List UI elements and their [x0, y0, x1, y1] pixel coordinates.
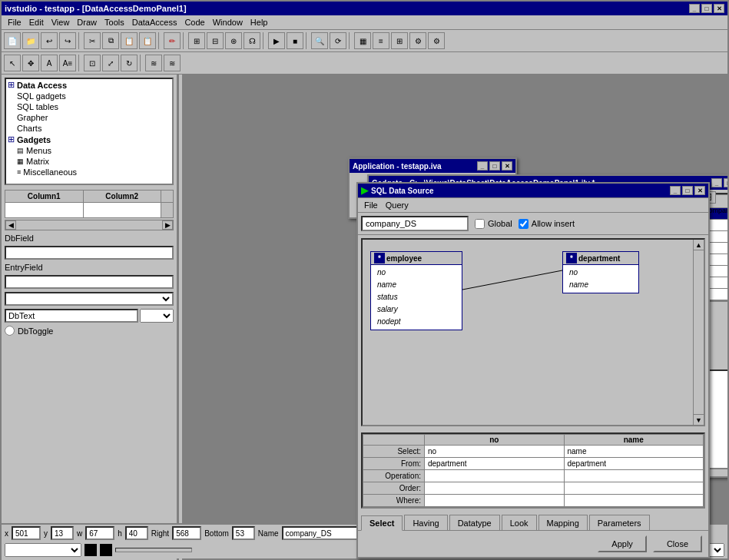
tb2-scale[interactable]: ⤢	[102, 55, 119, 71]
tab-datatype[interactable]: Datatype	[449, 515, 500, 530]
entryfield-input[interactable]	[5, 275, 174, 289]
apply-button[interactable]: Apply	[598, 535, 647, 552]
global-checkbox[interactable]	[475, 219, 485, 229]
tb-stop[interactable]: ■	[287, 32, 303, 49]
tree-menus[interactable]: ▤ Menus	[6, 145, 172, 156]
tb2-move[interactable]: ✥	[22, 55, 39, 71]
tb2-extra2[interactable]: ≋	[164, 55, 181, 71]
sql-maximize[interactable]: □	[682, 186, 693, 195]
menu-window[interactable]: Window	[210, 17, 246, 28]
hscroll-left[interactable]: ◀	[5, 220, 16, 230]
tb-zoom[interactable]: 🔍	[311, 32, 328, 49]
menu-edit[interactable]: Edit	[26, 17, 47, 28]
menu-file[interactable]: File	[5, 17, 25, 28]
sql-menu-query[interactable]: Query	[383, 200, 412, 210]
color-black-1[interactable]	[84, 544, 97, 556]
tb-align[interactable]: ≡	[373, 32, 389, 49]
tb2-group[interactable]: ⊡	[84, 55, 101, 71]
query-cell-col2[interactable]: name	[564, 446, 704, 458]
maximize-button[interactable]: □	[701, 4, 712, 13]
font-select[interactable]	[5, 543, 81, 557]
tab-select[interactable]: Select	[361, 515, 403, 531]
tb2-text[interactable]: A	[41, 55, 58, 71]
x-input[interactable]	[12, 526, 41, 540]
ds-name-input[interactable]	[361, 216, 469, 231]
y-input[interactable]	[51, 526, 74, 540]
tree-matrix[interactable]: ▦ Matrix	[6, 156, 172, 167]
tree-panel[interactable]: ⊞ Data Access SQL gadgets SQL tables Gra…	[5, 78, 174, 185]
name-input[interactable]	[282, 526, 359, 540]
bottom-input[interactable]	[232, 526, 255, 540]
dbtext-input[interactable]	[5, 309, 138, 323]
dbtext-select[interactable]	[140, 309, 174, 323]
color-black-2[interactable]	[100, 544, 112, 556]
app-maximize[interactable]: □	[489, 161, 500, 171]
tb-paste[interactable]: 📋	[121, 32, 138, 49]
minimize-button[interactable]: _	[689, 4, 700, 13]
query-cell-col2[interactable]	[564, 482, 704, 495]
tb-copy[interactable]: ⧉	[102, 32, 119, 49]
query-cell-col1[interactable]	[425, 470, 565, 482]
tab-look[interactable]: Look	[502, 515, 537, 530]
tab-mapping[interactable]: Mapping	[538, 515, 588, 530]
tb2-rotate[interactable]: ↻	[121, 55, 138, 71]
query-cell-col1[interactable]	[425, 495, 565, 507]
menu-tools[interactable]: Tools	[101, 17, 128, 28]
dbfield-input[interactable]	[5, 246, 174, 260]
entryfield-dropdown[interactable]	[5, 292, 174, 306]
tb-refresh[interactable]: ⟳	[330, 32, 346, 49]
tree-sql-tables[interactable]: SQL tables	[6, 101, 172, 112]
er-vscroll[interactable]: ▲ ▼	[693, 240, 704, 425]
tb-pencil[interactable]: ✏	[164, 32, 181, 49]
gadgets-minimize[interactable]: _	[711, 178, 722, 187]
tb-view[interactable]: ⊞	[188, 32, 205, 49]
menu-help[interactable]: Help	[247, 17, 271, 28]
tb-new[interactable]: 📄	[4, 32, 21, 49]
menu-view[interactable]: View	[48, 17, 73, 28]
query-cell-col1[interactable]: department	[425, 458, 565, 470]
matrix-cell-1-1[interactable]	[5, 203, 84, 218]
tb-cut[interactable]: ✂	[84, 32, 101, 49]
menu-code[interactable]: Code	[181, 17, 207, 28]
sql-menu-file[interactable]: File	[361, 200, 381, 210]
matrix-cell-1-2[interactable]	[83, 203, 161, 218]
query-cell-col2[interactable]	[564, 470, 704, 482]
w-input[interactable]	[85, 526, 114, 540]
hscroll-right[interactable]: ▶	[162, 220, 173, 230]
query-cell-col1[interactable]	[425, 482, 565, 495]
app-close[interactable]: ✕	[502, 161, 512, 171]
allow-insert-checkbox[interactable]	[519, 219, 529, 229]
tab-parameters[interactable]: Parameters	[589, 515, 650, 530]
tb-query[interactable]: ☊	[244, 32, 260, 49]
tb-paste2[interactable]: 📋	[139, 32, 156, 49]
dbtoggle-radio[interactable]	[5, 326, 15, 336]
tree-grapher[interactable]: Grapher	[6, 112, 172, 123]
gadgets-maximize[interactable]: □	[724, 178, 727, 187]
tb2-select[interactable]: ↖	[4, 55, 21, 71]
tb-grid[interactable]: ▦	[354, 32, 371, 49]
right-input[interactable]	[172, 526, 201, 540]
tb-run[interactable]: ▶	[268, 32, 285, 49]
tab-having[interactable]: Having	[404, 515, 447, 530]
er-scroll-up[interactable]: ▲	[694, 240, 704, 250]
er-scroll-down[interactable]: ▼	[694, 414, 704, 425]
tb2-extra1[interactable]: ≋	[145, 55, 162, 71]
tb-extra1[interactable]: ⚙	[409, 32, 426, 49]
sql-minimize[interactable]: _	[670, 186, 681, 195]
menu-draw[interactable]: Draw	[74, 17, 100, 28]
tree-root[interactable]: ⊞ Data Access	[6, 79, 172, 91]
tb2-textedit[interactable]: A≡	[59, 55, 76, 71]
query-cell-col1[interactable]: no	[425, 446, 565, 458]
tb-snap[interactable]: ⊞	[391, 32, 408, 49]
sql-close[interactable]: ✕	[694, 186, 705, 195]
tree-sql-gadgets[interactable]: SQL gadgets	[6, 91, 172, 101]
query-cell-col2[interactable]: department	[564, 458, 704, 470]
close-button[interactable]: Close	[653, 535, 702, 552]
tb-redo[interactable]: ↪	[59, 32, 76, 49]
tree-misc[interactable]: ≡ Miscellaneous	[6, 167, 172, 177]
tb-prop[interactable]: ⊟	[207, 32, 224, 49]
tb-undo[interactable]: ↩	[41, 32, 58, 49]
tb-db[interactable]: ⊛	[225, 32, 242, 49]
tb-open[interactable]: 📁	[22, 32, 39, 49]
h-input[interactable]	[125, 526, 148, 540]
